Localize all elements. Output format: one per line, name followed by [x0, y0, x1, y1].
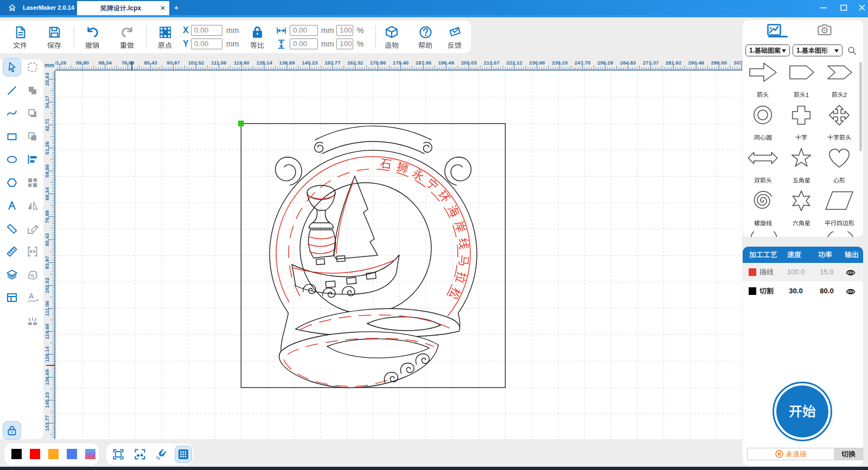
shape-star6[interactable]	[784, 189, 819, 227]
process-row-切割[interactable]: 30.080.0	[743, 282, 863, 300]
tool-group[interactable]	[23, 173, 42, 192]
y-position-input[interactable]: 0.00	[191, 38, 222, 49]
width-percent-input[interactable]: 100	[336, 25, 353, 36]
svg-text:307.54: 307.54	[733, 60, 742, 66]
home-icon[interactable]	[8, 4, 16, 11]
tool-line[interactable]	[3, 81, 21, 100]
shape-cross-arrows[interactable]	[822, 103, 857, 141]
tool-fit[interactable]	[23, 242, 42, 261]
tool-select[interactable]	[3, 58, 21, 76]
grid-toggle[interactable]	[175, 446, 192, 463]
subcategory-dropdown[interactable]: 1.	[793, 44, 843, 56]
tool-mirror[interactable]	[23, 196, 42, 215]
shape-arrow1[interactable]: 1	[784, 60, 819, 98]
color-swatch-4[interactable]	[67, 449, 77, 459]
tool-text-path[interactable]	[23, 288, 42, 307]
layer-power[interactable]: 15.0	[813, 263, 840, 281]
category-dropdown[interactable]: 1.	[745, 44, 790, 56]
undo-button[interactable]	[77, 23, 107, 50]
tool-layers[interactable]	[3, 266, 21, 284]
search-icon[interactable]	[847, 46, 857, 55]
origin-button[interactable]	[150, 23, 180, 50]
file-button[interactable]	[5, 23, 35, 50]
tool-node-edit[interactable]	[23, 220, 42, 238]
color-swatch-2[interactable]	[30, 449, 40, 459]
connection-switch-button[interactable]	[834, 448, 863, 460]
shape-star5[interactable]	[784, 146, 819, 184]
shape-heart[interactable]	[822, 146, 857, 184]
tool-curve[interactable]	[3, 104, 21, 123]
tool-subtract[interactable]	[23, 127, 42, 146]
fit-view-tool[interactable]	[131, 446, 149, 463]
layer-visibility-toggle[interactable]	[845, 267, 856, 278]
document-tab[interactable]: .lcpx	[77, 1, 169, 15]
collapse-icon	[26, 314, 39, 327]
height-percent-input[interactable]: 100	[336, 38, 353, 49]
height-input[interactable]: 0.00	[290, 38, 318, 49]
tab-camera[interactable]	[818, 24, 839, 40]
shape-label	[784, 220, 819, 227]
color-swatch-5[interactable]	[85, 449, 95, 459]
redo-button-icon-wrap	[112, 24, 142, 40]
tool-eraser[interactable]	[3, 220, 21, 238]
layer-speed[interactable]: 30.0	[782, 282, 809, 300]
tab-gallery[interactable]	[767, 24, 789, 40]
design-canvas[interactable]	[55, 70, 742, 439]
x-position-input[interactable]: 0.00	[191, 25, 222, 36]
shape-icon-wrap	[745, 103, 780, 127]
file-icon	[14, 25, 27, 39]
tab-close-icon[interactable]: ✕	[158, 1, 168, 15]
shape-arrow2[interactable]: 2	[822, 60, 857, 98]
window-close-button[interactable]	[854, 0, 868, 15]
svg-text:153.77: 153.77	[44, 415, 50, 431]
grid-active-icon	[177, 448, 190, 461]
table-icon	[5, 291, 18, 304]
tool-weld[interactable]	[23, 266, 42, 284]
create-button[interactable]	[376, 23, 407, 50]
color-swatch-3[interactable]	[48, 449, 59, 459]
window-minimize-button[interactable]	[815, 0, 832, 15]
process-row-描线[interactable]: 100.015.0	[743, 263, 863, 281]
ratio-lock-button[interactable]	[242, 23, 272, 50]
tool-union[interactable]	[23, 81, 42, 100]
svg-text:102.52: 102.52	[188, 60, 204, 66]
tool-duplicate[interactable]	[23, 104, 42, 123]
shape-double-arrow[interactable]	[745, 146, 780, 184]
feedback-button[interactable]	[439, 23, 470, 50]
tool-polygon[interactable]	[3, 173, 21, 192]
help-button[interactable]	[410, 23, 441, 50]
lock-canvas-button[interactable]	[3, 421, 21, 440]
window-maximize-button[interactable]	[835, 0, 852, 15]
shape-spiral[interactable]	[745, 189, 780, 227]
tool-measure[interactable]	[3, 242, 21, 261]
layers-icon	[5, 268, 18, 281]
tool-align[interactable]	[23, 150, 42, 169]
width-input[interactable]: 0.00	[290, 25, 318, 36]
shape-concentric[interactable]	[745, 103, 780, 141]
tool-text[interactable]	[3, 196, 21, 215]
shapes-scrollbar[interactable]	[859, 62, 862, 151]
shape-parallelogram[interactable]	[822, 189, 857, 227]
layer-power[interactable]: 80.0	[813, 282, 840, 300]
save-button[interactable]	[39, 23, 69, 50]
shape-grid: 12	[743, 60, 859, 237]
tool-ellipse[interactable]	[3, 150, 21, 169]
snap-tool[interactable]	[153, 446, 170, 463]
tool-explode[interactable]	[23, 312, 42, 330]
width-unit: mm	[321, 25, 334, 36]
color-swatch-1[interactable]	[11, 449, 22, 459]
tool-node-select[interactable]	[23, 58, 42, 76]
start-button[interactable]	[773, 382, 832, 441]
help-button-label	[410, 41, 441, 50]
origin-icon	[158, 25, 172, 39]
tool-table[interactable]	[3, 288, 21, 307]
shape-arrow[interactable]	[745, 60, 780, 98]
layer-speed[interactable]: 100.0	[782, 263, 809, 281]
frame-tool[interactable]	[110, 446, 127, 463]
svg-text:119.60: 119.60	[44, 324, 50, 339]
redo-button[interactable]	[112, 23, 142, 50]
layer-visibility-toggle[interactable]	[845, 286, 856, 297]
tab-add-icon[interactable]: +	[171, 0, 181, 15]
tool-rectangle[interactable]	[3, 127, 21, 146]
shape-cross[interactable]	[784, 103, 819, 141]
